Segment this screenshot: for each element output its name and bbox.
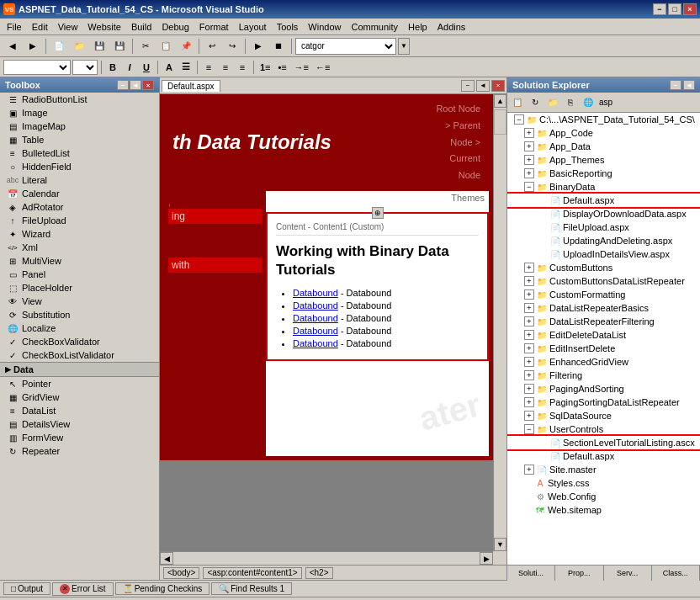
tree-app-themes[interactable]: + 📁 App_Themes — [507, 153, 700, 167]
toolbar-fwd[interactable]: ▶ — [24, 37, 42, 56]
menu-tools[interactable]: Tools — [272, 20, 304, 34]
scroll-right-button[interactable]: ▶ — [480, 552, 493, 565]
minimize-button[interactable]: − — [653, 3, 666, 15]
solution-autohide-button[interactable]: ◄ — [683, 80, 695, 90]
list-ordered-button[interactable]: 1≡ — [257, 60, 273, 75]
filtering-expand[interactable]: + — [524, 370, 534, 380]
tree-enhanced-gridview[interactable]: + 📁 EnhancedGridView — [507, 355, 700, 369]
tree-displaydownload[interactable]: 📄 DisplayOrDownloadData.aspx — [507, 207, 700, 220]
indent-increase-button[interactable]: →≡ — [292, 60, 311, 75]
menu-addins[interactable]: Addins — [432, 20, 471, 34]
toolbox-item-detailsview[interactable]: ▤ DetailsView — [0, 417, 159, 431]
custom-formatting-expand[interactable]: + — [524, 289, 534, 300]
toolbar-saveall[interactable]: 💾 — [110, 37, 129, 56]
menu-view[interactable]: View — [53, 20, 83, 34]
basic-reporting-expand[interactable]: + — [524, 168, 534, 178]
edit-delete-datalist-expand[interactable]: + — [524, 330, 534, 340]
tree-custom-buttons[interactable]: + 📁 CustomButtons — [507, 261, 700, 274]
toolbox-item-hiddenfield[interactable]: ○ HiddenField — [0, 160, 159, 173]
panel-handle[interactable]: ⊕ — [372, 207, 384, 219]
toolbox-item-gridview[interactable]: ▦ GridView — [0, 390, 159, 404]
font-color-button[interactable]: A — [162, 60, 177, 75]
tree-site-master[interactable]: + 📄 Site.master — [507, 463, 700, 476]
datalist-filtering-expand[interactable]: + — [524, 316, 534, 327]
toolbox-item-wizard[interactable]: ✦ Wizard — [0, 227, 159, 241]
toolbar-undo[interactable]: ↩ — [203, 37, 221, 56]
menu-window[interactable]: Window — [303, 20, 346, 34]
align-right-button[interactable]: ≡ — [235, 60, 250, 75]
custom-buttons-dl-expand[interactable]: + — [524, 276, 534, 286]
toolbox-item-multiview[interactable]: ⊞ MultiView — [0, 254, 159, 268]
tree-binary-data[interactable]: − 📁 BinaryData — [507, 180, 700, 194]
sol-showfiles-button[interactable]: 📁 — [544, 94, 561, 111]
app-data-expand[interactable]: + — [524, 141, 534, 151]
tree-web-sitemap[interactable]: 🗺 Web.sitemap — [507, 503, 700, 517]
font-family-combo[interactable] — [3, 60, 71, 75]
toolbar-target-combo[interactable]: catgor — [295, 38, 396, 55]
toolbox-item-xml[interactable]: </> Xml — [0, 241, 159, 254]
paging-sorting-dl-expand[interactable]: + — [524, 397, 534, 407]
bold-button[interactable]: B — [105, 60, 120, 75]
tree-uc-default[interactable]: 📄 Default.aspx — [507, 449, 700, 463]
menu-website[interactable]: Website — [82, 20, 126, 34]
tree-app-code[interactable]: + 📁 App_Code — [507, 126, 700, 140]
app-code-expand[interactable]: + — [524, 128, 534, 138]
design-close-button[interactable]: × — [491, 80, 505, 92]
toolbox-item-bulletedlist[interactable]: ≡ BulletedList — [0, 146, 159, 160]
toolbox-section-data[interactable]: ▶ Data — [0, 362, 159, 377]
list-link-3[interactable]: Databound — [293, 313, 338, 323]
list-link-1[interactable]: Databound — [293, 288, 338, 298]
toolbar-redo[interactable]: ↪ — [223, 37, 241, 56]
tree-root[interactable]: − 📁 C:\...\ASPNET_Data_Tutorial_54_CS\ — [507, 113, 700, 126]
sol-properties-button[interactable]: 📋 — [509, 94, 526, 111]
toolbox-auto-hide-button[interactable]: ◄ — [130, 80, 141, 90]
toolbox-item-calendar[interactable]: 📅 Calendar — [0, 187, 159, 200]
toolbox-item-panel[interactable]: ▭ Panel — [0, 268, 159, 281]
tree-updating-deleting[interactable]: 📄 UpdatingAndDeleting.aspx — [507, 234, 700, 247]
tree-section-level-listing[interactable]: 📄 SectionLevelTutorialListing.ascx — [507, 436, 700, 449]
toolbox-item-localize[interactable]: 🌐 Localize — [0, 321, 159, 335]
font-size-combo[interactable] — [72, 60, 98, 75]
scroll-up-button[interactable]: ▲ — [494, 94, 506, 108]
scroll-left-button[interactable]: ◀ — [160, 552, 173, 565]
toolbar-back[interactable]: ◀ — [3, 37, 22, 56]
toolbox-item-view[interactable]: 👁 View — [0, 295, 159, 308]
paging-sorting-expand[interactable]: + — [524, 384, 534, 394]
toolbox-item-datalist[interactable]: ≡ DataList — [0, 404, 159, 417]
list-unordered-button[interactable]: •≡ — [275, 60, 290, 75]
toolbox-item-image[interactable]: ▣ Image — [0, 106, 159, 119]
horizontal-scrollbar[interactable]: ◀ ▶ — [160, 551, 493, 565]
tree-styles-css[interactable]: A Styles.css — [507, 476, 700, 490]
sql-datasource-expand[interactable]: + — [524, 411, 534, 421]
menu-format[interactable]: Format — [194, 20, 234, 34]
sol-tab-class[interactable]: Class... — [652, 565, 700, 581]
status-tag-h2[interactable]: <h2> — [305, 567, 333, 579]
vertical-scrollbar[interactable]: ▲ ▼ — [493, 94, 506, 551]
tree-edit-insert-delete[interactable]: + 📁 EditInsertDelete — [507, 342, 700, 355]
menu-debug[interactable]: Debug — [156, 20, 194, 34]
title-bar-buttons[interactable]: − □ × — [653, 3, 697, 15]
tree-paging-sorting[interactable]: + 📁 PagingAndSorting — [507, 382, 700, 396]
toolbox-item-substitution[interactable]: ⟳ Substitution — [0, 308, 159, 321]
toolbar-save[interactable]: 💾 — [90, 37, 109, 56]
solution-pin-button[interactable]: − — [670, 80, 681, 90]
design-autohide-button[interactable]: ◄ — [476, 80, 490, 92]
toolbox-close-button[interactable]: × — [142, 80, 154, 90]
toolbox-item-checkboxvalidator[interactable]: ✓ CheckBoxValidator — [0, 335, 159, 348]
menu-community[interactable]: Community — [346, 20, 403, 34]
menu-edit[interactable]: Edit — [27, 20, 53, 34]
user-controls-expand[interactable]: − — [524, 424, 534, 434]
list-link-4[interactable]: Databound — [293, 326, 338, 336]
tree-datalist-basics[interactable]: + 📁 DataListRepeaterBasics — [507, 301, 700, 315]
sol-tab-properties[interactable]: Prop... — [555, 565, 603, 581]
bottom-tab-output[interactable]: □ Output — [3, 582, 50, 595]
status-tag-content[interactable]: <asp:content#content1> — [203, 567, 301, 579]
toolbox-item-formview[interactable]: ▥ FormView — [0, 431, 159, 444]
combo-arrow[interactable]: ▼ — [398, 38, 410, 55]
close-button[interactable]: × — [683, 3, 697, 15]
toolbox-item-repeater[interactable]: ↻ Repeater — [0, 444, 159, 458]
toolbox-item-table[interactable]: ▦ Table — [0, 133, 159, 146]
toolbox-item-checkboxlistvalidator[interactable]: ✓ CheckBoxListValidator — [0, 348, 159, 362]
toolbar-paste[interactable]: 📌 — [177, 37, 195, 56]
tree-web-config[interactable]: ⚙ Web.Config — [507, 490, 700, 503]
